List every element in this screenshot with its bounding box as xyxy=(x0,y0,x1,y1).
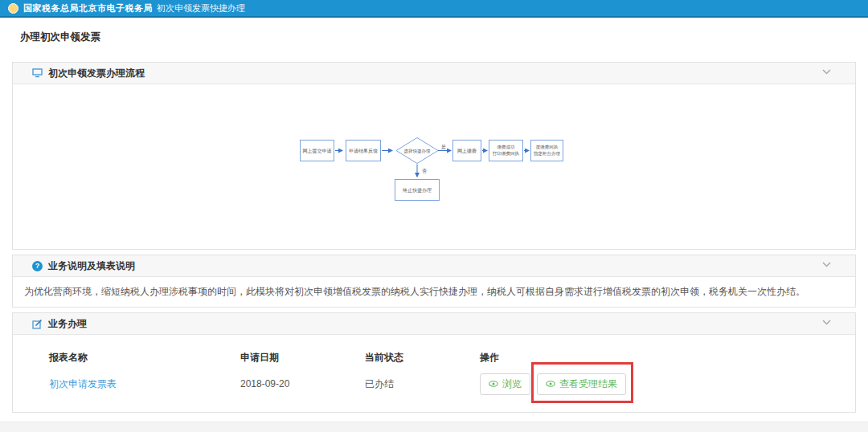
flowchart: 网上提交申请 申请结果反馈 选择快捷办理 是 网上缴费 缴费成功 打印缴费回执 … xyxy=(300,129,565,203)
panel-notes: ? 业务说明及填表说明 为优化营商环境，缩短纳税人办理涉税事项的时间，此模块将对… xyxy=(12,255,856,308)
col-header-actions: 操作 xyxy=(480,351,819,365)
col-header-status: 当前状态 xyxy=(365,351,480,365)
flow-step-terminate-label: 终止快捷办理 xyxy=(403,188,432,194)
eye-icon xyxy=(489,381,498,387)
browse-button-label: 浏览 xyxy=(502,377,522,391)
chevron-down-icon[interactable] xyxy=(822,69,831,75)
edit-icon xyxy=(32,319,43,329)
panel-notes-title: 业务说明及填表说明 xyxy=(48,259,135,273)
eye-icon xyxy=(546,381,555,387)
panel-flow-title: 初次申领发票办理流程 xyxy=(48,67,145,80)
tax-emblem-icon xyxy=(8,3,18,14)
view-result-button[interactable]: 查看受理结果 xyxy=(537,373,626,395)
flow-yes-label: 是 xyxy=(441,145,446,150)
panel-notes-header[interactable]: ? 业务说明及填表说明 xyxy=(13,255,855,277)
apply-date: 2018-09-20 xyxy=(240,378,365,389)
flow-step-submit-label: 网上提交申请 xyxy=(303,148,332,154)
flow-step-counter-label-1: 按缴费回执 xyxy=(536,145,559,150)
browse-button[interactable]: 浏览 xyxy=(480,373,530,395)
panel-flow: 初次申领发票办理流程 网上提交申请 申请结果反馈 选择快捷办理 是 xyxy=(12,62,856,250)
question-icon: ? xyxy=(32,261,43,271)
footer-strip xyxy=(0,422,868,432)
flow-decision-label: 选择快捷办理 xyxy=(404,149,432,154)
panel-business: 业务办理 报表名称 申请日期 当前状态 操作 初次申请发票表 2018-09-2… xyxy=(12,312,856,413)
flowchart-area: 网上提交申请 申请结果反馈 选择快捷办理 是 网上缴费 缴费成功 打印缴费回执 … xyxy=(13,84,855,249)
flow-step-counter-label-2: 指定柜台办理 xyxy=(533,151,561,157)
col-header-report-name: 报表名称 xyxy=(49,351,240,365)
table-row: 初次申请发票表 2018-09-20 已办结 浏览 xyxy=(49,367,819,401)
actions-cell: 浏览 查看受理结果 xyxy=(480,373,819,395)
page-title: 办理初次申领发票 xyxy=(20,31,868,44)
flow-step-feedback-label: 申请结果反馈 xyxy=(349,149,378,154)
business-table: 报表名称 申请日期 当前状态 操作 初次申请发票表 2018-09-20 已办结… xyxy=(13,335,855,412)
view-result-button-label: 查看受理结果 xyxy=(559,377,617,391)
status-badge: 已办结 xyxy=(365,377,480,391)
flow-no-label: 否 xyxy=(422,169,427,174)
panel-flow-header[interactable]: 初次申领发票办理流程 xyxy=(13,63,855,84)
monitor-icon xyxy=(32,68,43,78)
flow-step-receipt-label-2: 打印缴费回执 xyxy=(492,151,520,157)
panel-business-header[interactable]: 业务办理 xyxy=(13,313,855,335)
flow-step-pay-label: 网上缴费 xyxy=(457,149,477,153)
app-subtitle: 初次申领发票快捷办理 xyxy=(157,2,245,14)
chevron-down-icon[interactable] xyxy=(822,262,831,267)
chevron-down-icon[interactable] xyxy=(822,320,831,325)
panel-business-title: 业务办理 xyxy=(48,317,87,331)
col-header-apply-date: 申请日期 xyxy=(240,351,365,365)
notes-text: 为优化营商环境，缩短纳税人办理涉税事项的时间，此模块将对初次申领增值税发票的纳税… xyxy=(13,277,855,307)
report-link[interactable]: 初次申请发票表 xyxy=(49,378,117,389)
app-title: 国家税务总局北京市电子税务局 xyxy=(23,2,153,14)
table-header-row: 报表名称 申请日期 当前状态 操作 xyxy=(49,348,819,367)
app-header: 国家税务总局北京市电子税务局 初次申领发票快捷办理 xyxy=(0,0,868,18)
flow-step-receipt-label-1: 缴费成功 xyxy=(497,145,515,149)
